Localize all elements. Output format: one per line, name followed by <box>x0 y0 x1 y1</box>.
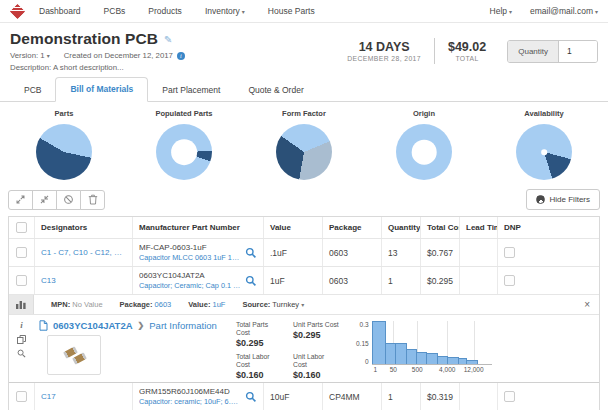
account-menu[interactable]: email@mail.com▾ <box>530 6 598 16</box>
pcb-header-right: 14 DAYS DECEMBER 28, 2017 $49.02 TOTAL Q… <box>347 30 598 72</box>
cost-item: Unit Parts Cost$0.295 <box>293 321 340 349</box>
quantity-cell: 1 <box>382 383 421 410</box>
help-menu[interactable]: Help▾ <box>490 6 513 16</box>
nav-item-inventory[interactable]: Inventory▾ <box>205 6 245 16</box>
value-cell: 10uF <box>264 383 323 410</box>
caret-down-icon: ▾ <box>301 302 304 308</box>
chart-form-factor: Form Factor <box>244 109 364 180</box>
caret-down-icon: ▾ <box>509 9 512 15</box>
mpn-text: 0603YC104JAT2A <box>139 271 242 281</box>
document-icon <box>39 320 48 331</box>
chart-title: Parts <box>55 109 74 118</box>
column-header-dnp[interactable]: DNP <box>498 217 599 238</box>
search-part-icon[interactable] <box>245 247 257 259</box>
search-part-icon[interactable] <box>245 275 257 287</box>
mpn-description-link[interactable]: Capacitor: ceramic; 10uF; 6.3V; X5R; ±20… <box>139 397 242 406</box>
divider <box>434 38 435 64</box>
chevron-right-icon: ❯ <box>138 321 145 330</box>
collapse-rows-button[interactable] <box>32 190 57 210</box>
package-cell: CP4MM <box>323 383 382 410</box>
part-information-link[interactable]: Part Information <box>149 320 217 331</box>
column-header-value[interactable]: Value <box>264 217 323 238</box>
dnp-checkbox[interactable] <box>504 391 515 402</box>
part-detail-panel: MPN: No Value Package: 0603 Value: 1uF S… <box>9 295 599 383</box>
tab-part-placement[interactable]: Part Placement <box>148 79 234 102</box>
part-detail-summary-bar: MPN: No Value Package: 0603 Value: 1uF S… <box>9 295 599 315</box>
column-header-lead-time[interactable]: Lead Time <box>460 217 498 238</box>
chart-availability: Availability <box>484 109 604 180</box>
info-icon[interactable]: i <box>20 321 23 330</box>
tab-bill-of-materials[interactable]: Bill of Materials <box>55 77 148 102</box>
copy-icon[interactable] <box>17 335 26 344</box>
hide-filters-button[interactable]: Hide Filters <box>526 189 600 210</box>
brand-logo-icon[interactable] <box>10 3 26 19</box>
column-header-designators[interactable]: Designators <box>35 217 133 238</box>
row-actions-group <box>8 190 105 210</box>
form-factor-pie-chart[interactable] <box>276 124 332 180</box>
search-part-icon[interactable] <box>245 391 257 403</box>
package-value-link[interactable]: 0603 <box>155 300 172 309</box>
total-cost-cell: $0.767 <box>421 239 460 266</box>
clear-selection-button[interactable] <box>56 190 81 210</box>
designators-link[interactable]: C17 <box>41 392 56 401</box>
designators-link[interactable]: C13 <box>41 276 56 285</box>
row-checkbox[interactable] <box>16 247 27 258</box>
mpn-label: MPN: <box>51 300 70 309</box>
delete-rows-button[interactable] <box>80 190 105 210</box>
populated-parts-pie-chart[interactable] <box>156 124 212 180</box>
parts-pie-chart[interactable] <box>36 124 92 180</box>
donut-hole <box>171 139 197 165</box>
nav-item-products[interactable]: Products <box>148 6 182 16</box>
tab-quote-order[interactable]: Quote & Order <box>234 79 317 102</box>
availability-pie-chart[interactable] <box>516 124 572 180</box>
version-dropdown[interactable]: Version: 1▾ <box>10 51 50 60</box>
expand-rows-button[interactable] <box>8 190 33 210</box>
pcb-description: Description: A short description... <box>10 63 185 72</box>
column-header-total-cost[interactable]: Total Cost <box>421 217 460 238</box>
value-value-link[interactable]: 1uF <box>212 300 225 309</box>
dnp-checkbox[interactable] <box>504 275 515 286</box>
mpn-description-link[interactable]: Capacitor; Ceramic; Cap 0.1 uF; Tol 5%; … <box>139 281 242 290</box>
info-icon[interactable]: i <box>177 52 185 60</box>
value-cell: .1uF <box>264 239 323 266</box>
package-label: Package: <box>120 300 153 309</box>
chart-title: Form Factor <box>282 109 326 118</box>
quantity-cell: 1 <box>382 267 421 294</box>
designators-link[interactable]: C1 - C7, C10 - C12, C14 - C16 <box>41 248 126 257</box>
column-header-package[interactable]: Package <box>323 217 382 238</box>
cost-summary: Total Parts Cost$0.295 Unit Parts Cost$0… <box>236 320 340 378</box>
lead-time-cell <box>460 239 498 266</box>
close-panel-icon[interactable]: × <box>584 300 590 310</box>
tab-pcb[interactable]: PCB <box>10 79 55 102</box>
nav-item-pcbs[interactable]: PCBs <box>104 6 126 16</box>
part-thumbnail[interactable] <box>47 335 101 375</box>
dnp-checkbox[interactable] <box>504 247 515 258</box>
column-header-quantity[interactable]: Quantity <box>382 217 421 238</box>
quantity-cell: 13 <box>382 239 421 266</box>
donut-hole <box>412 140 437 165</box>
zoom-part-icon[interactable] <box>17 349 26 358</box>
cost-item: Total Labor Cost$0.160 <box>236 353 283 381</box>
mpn-text: GRM155R60J106ME44D <box>139 387 242 397</box>
quantity-input[interactable] <box>559 41 597 62</box>
price-chart-toggle[interactable] <box>9 295 34 314</box>
nav-item-dashboard[interactable]: Dashboard <box>39 6 81 16</box>
edit-title-icon[interactable]: ✎ <box>164 34 172 45</box>
price-bar <box>466 360 478 364</box>
value-cell: 1uF <box>264 267 323 294</box>
row-checkbox[interactable] <box>16 391 27 402</box>
table-row: C1 - C7, C10 - C12, C14 - C16 MF-CAP-060… <box>9 239 599 267</box>
source-dropdown[interactable]: Source: Turnkey▾ <box>242 300 304 309</box>
select-all-checkbox[interactable] <box>16 222 27 233</box>
part-detail-body: i 0603YC104JAT2A ❯ Part Information Tota… <box>9 315 599 382</box>
part-number-link[interactable]: 0603YC104JAT2A <box>53 320 133 331</box>
caret-down-icon: ▾ <box>595 9 598 15</box>
row-checkbox[interactable] <box>16 275 27 286</box>
origin-pie-chart[interactable] <box>396 124 452 180</box>
mpn-description-link[interactable]: Capacitor MLCC 0603 1uF 10% 25V <box>139 253 242 262</box>
bar-chart-icon <box>16 300 26 309</box>
nav-item-house-parts[interactable]: House Parts <box>268 6 315 16</box>
price-yaxis: 0.30.150 <box>356 321 372 365</box>
column-header-mpn[interactable]: Manufacturer Part Number <box>133 217 264 238</box>
chart-parts: Parts <box>4 109 124 180</box>
